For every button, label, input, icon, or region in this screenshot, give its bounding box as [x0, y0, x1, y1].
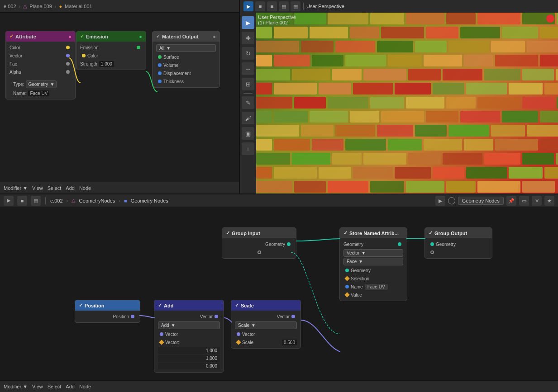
- attr-type-dropdown[interactable]: Geometry ▼: [26, 80, 57, 88]
- tool-rotate[interactable]: ↻: [242, 47, 254, 60]
- attr-alpha-label: Alpha: [10, 70, 21, 75]
- shader-menu-node[interactable]: Node: [79, 185, 91, 191]
- scale-vec-out-socket[interactable]: [291, 315, 295, 318]
- shader-menu-select[interactable]: Select: [48, 185, 62, 191]
- tool-add[interactable]: +: [242, 142, 254, 155]
- breadcrumb-material[interactable]: Material.001: [65, 4, 92, 9]
- viewport-icon-2[interactable]: ■: [255, 1, 265, 11]
- viewport-icon-4[interactable]: ▤: [279, 1, 289, 11]
- geo-tr-new[interactable]: ▭: [519, 196, 529, 206]
- viewport-icon-3[interactable]: ■: [267, 1, 277, 11]
- emission-strength-value[interactable]: 1.000: [99, 61, 114, 67]
- node-emission[interactable]: ✓ Emission ● Emission Color: [76, 31, 146, 70]
- scale-vec-in-socket[interactable]: [237, 332, 240, 336]
- attr-alpha-socket[interactable]: [66, 70, 70, 74]
- scale-scale-value[interactable]: 0.500: [282, 340, 297, 345]
- add-dropdown[interactable]: Add ▼: [158, 321, 220, 329]
- add-vector-out-label: Vector: [200, 314, 213, 319]
- material-output-body: All ▼ Surface Volume: [153, 42, 219, 87]
- material-output-dropdown[interactable]: All ▼: [156, 44, 216, 52]
- geo-tr-icon1[interactable]: ▶: [435, 196, 445, 206]
- attr-vector-label: Vector: [10, 53, 22, 58]
- mat-surface-socket[interactable]: [158, 55, 162, 59]
- node-store-named[interactable]: ✓ Store Named Attrib... Geometry Vector …: [339, 227, 407, 301]
- tool-box[interactable]: ▣: [242, 127, 254, 140]
- attr-name-value[interactable]: Face UV: [28, 90, 49, 96]
- sn-selection-socket[interactable]: [344, 276, 349, 281]
- add-val-3[interactable]: 0.000: [158, 363, 220, 369]
- add-val-2[interactable]: 1.000: [158, 355, 220, 362]
- sn-value-socket[interactable]: [344, 292, 349, 297]
- tool-scale[interactable]: ↔: [242, 62, 254, 75]
- add-vector-out-socket[interactable]: [215, 315, 218, 318]
- emission-color-socket[interactable]: [82, 54, 86, 57]
- geo-tab-label[interactable]: Geometry Nodes: [458, 197, 504, 205]
- breadcrumb-item-plane: △: [23, 3, 27, 9]
- tool-measure[interactable]: ✎: [242, 96, 254, 109]
- geo-menu-modifier[interactable]: Modifier ▼: [4, 384, 28, 389]
- add-vec2-socket[interactable]: [159, 340, 164, 345]
- node-add[interactable]: ✓ Add Vector Add ▼ Vector: [154, 300, 224, 373]
- sn-geo-in-socket[interactable]: [345, 269, 349, 272]
- go-geometry-socket[interactable]: [430, 242, 434, 246]
- tool-cursor[interactable]: ▶: [242, 16, 254, 29]
- node-group-input[interactable]: ✓ Group Input Geometry: [222, 227, 296, 259]
- geo-menu-select[interactable]: Select: [48, 384, 62, 389]
- tool-annotate[interactable]: 🖌: [242, 112, 254, 124]
- group-input-body: Geometry: [222, 238, 296, 258]
- add-val-1[interactable]: 1.000: [158, 347, 220, 354]
- add-dropdown-chevron: ▼: [171, 323, 176, 328]
- attr-fac-socket[interactable]: [66, 62, 70, 66]
- geo-icon-3[interactable]: ▤: [31, 196, 41, 206]
- tool-move[interactable]: ✚: [242, 32, 254, 44]
- viewport-icon-5[interactable]: ▤: [291, 1, 300, 11]
- mat-thickness-socket[interactable]: [158, 80, 162, 83]
- scale-scale-row: Scale 0.500: [231, 338, 300, 346]
- shader-header: e.002 › △ Plane.009 › ● Material.001: [0, 0, 239, 13]
- shader-menu-modifier[interactable]: Modifier ▼: [4, 185, 28, 191]
- geo-icon-2[interactable]: ■: [17, 196, 27, 206]
- geo-tr-icon2[interactable]: [448, 197, 455, 204]
- add-header: ✓ Add: [154, 300, 224, 311]
- shader-menu-add[interactable]: Add: [66, 185, 75, 191]
- geo-tr-close[interactable]: ✕: [532, 196, 542, 206]
- attr-color-socket[interactable]: [66, 46, 70, 49]
- node-material-output[interactable]: ✓ Material Output ● All ▼ Surface: [152, 31, 220, 88]
- mat-volume-label: Volume: [163, 63, 178, 68]
- geo-menu-add[interactable]: Add: [66, 384, 75, 389]
- breadcrumb-item[interactable]: e.002: [4, 4, 16, 9]
- node-group-output[interactable]: ✓ Group Output Geometry: [424, 227, 492, 259]
- geo-breadcrumb-1[interactable]: e.002: [50, 198, 63, 203]
- sn-face-dropdown[interactable]: Face ▼: [343, 258, 403, 265]
- sn-vector-dropdown[interactable]: Vector ▼: [343, 249, 403, 257]
- scale-scale-label: Scale: [242, 340, 253, 345]
- sn-name-socket[interactable]: [345, 285, 349, 288]
- geo-tr-pin[interactable]: 📌: [506, 196, 516, 206]
- tool-transform[interactable]: ⊞: [242, 78, 254, 90]
- attr-vector-socket[interactable]: [66, 54, 70, 57]
- emission-out-socket[interactable]: [137, 46, 140, 49]
- gi-geometry-socket[interactable]: [287, 242, 291, 246]
- shader-menu-view[interactable]: View: [32, 185, 43, 191]
- add-vec-in-socket[interactable]: [160, 332, 163, 336]
- scale-scale-socket[interactable]: [236, 340, 241, 345]
- viewport-icon-camera[interactable]: ▶: [243, 1, 253, 11]
- geo-menu-node[interactable]: Node: [79, 384, 91, 389]
- node-attribute[interactable]: ✓ Attribute ● Color Vector: [5, 31, 76, 99]
- sn-geo-out-socket[interactable]: [398, 242, 401, 246]
- mat-volume-socket[interactable]: [158, 63, 162, 67]
- geo-icon-1[interactable]: ▶: [4, 196, 14, 206]
- mat-displacement-socket[interactable]: [158, 71, 162, 75]
- node-position[interactable]: ✓ Position Position: [75, 300, 140, 323]
- breadcrumb-plane[interactable]: Plane.009: [29, 4, 52, 9]
- go-bottom-socket[interactable]: [430, 250, 434, 254]
- pos-output-socket[interactable]: [131, 315, 134, 318]
- geo-breadcrumb-2[interactable]: GeometryNodes: [79, 198, 115, 203]
- sn-name-value[interactable]: Face UV: [365, 284, 388, 290]
- geo-breadcrumb-3[interactable]: Geometry Nodes: [131, 198, 168, 203]
- gi-bottom-socket[interactable]: [258, 250, 261, 254]
- geo-tr-star[interactable]: ★: [544, 196, 554, 206]
- geo-menu-view[interactable]: View: [32, 384, 43, 389]
- scale-dropdown[interactable]: Scale ▼: [235, 321, 297, 329]
- node-scale[interactable]: ✓ Scale Vector Scale ▼ Vector: [231, 300, 301, 349]
